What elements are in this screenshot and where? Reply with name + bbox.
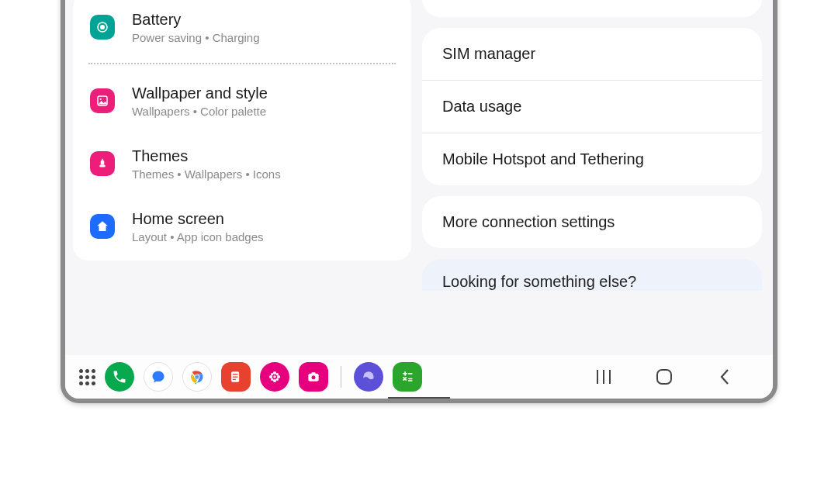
connections-pane: Airplane mode SIM manager Data usage Mob… (419, 0, 773, 355)
hotspot-item[interactable]: Mobile Hotspot and Tethering (422, 133, 762, 185)
wallpaper-icon (90, 88, 115, 113)
internet-app-icon[interactable] (354, 362, 383, 392)
sim-manager-item[interactable]: SIM manager (422, 28, 762, 80)
camera-app-icon[interactable] (299, 362, 328, 392)
gallery-flower-app-icon[interactable] (260, 362, 289, 392)
settings-card: Battery Power saving • Charging Wallpape… (73, 0, 411, 261)
back-button[interactable] (714, 366, 736, 388)
more-connection-item[interactable]: More connection settings (422, 196, 762, 248)
svg-point-18 (271, 378, 273, 381)
settings-item-homescreen[interactable]: Home screen Layout • App icon badges (73, 195, 411, 257)
home-icon (90, 214, 115, 239)
navigation-buttons (593, 366, 759, 388)
settings-item-wallpaper[interactable]: Wallpaper and style Wallpapers • Color p… (73, 69, 411, 132)
settings-text: Battery Power saving • Charging (132, 9, 396, 44)
settings-text: Themes Themes • Wallpapers • Icons (132, 146, 396, 181)
chrome-app-icon[interactable] (182, 362, 212, 392)
svg-point-14 (269, 375, 272, 378)
looking-for-card[interactable]: Looking for something else? (422, 259, 762, 291)
settings-subtitle: Power saving • Charging (132, 31, 396, 44)
apps-drawer-icon[interactable] (79, 369, 95, 385)
taskbar (65, 355, 773, 399)
device-frame: Battery Power saving • Charging Wallpape… (61, 0, 777, 403)
messages-app-icon[interactable] (144, 362, 173, 392)
svg-point-19 (276, 378, 279, 381)
connections-group-2: More connection settings (422, 196, 762, 248)
settings-subtitle: Themes • Wallpapers • Icons (132, 167, 396, 181)
data-usage-item[interactable]: Data usage (422, 80, 762, 133)
svg-point-3 (100, 98, 102, 99)
svg-point-1 (101, 25, 105, 29)
home-button[interactable] (653, 366, 675, 388)
settings-subtitle: Wallpapers • Color palette (132, 105, 396, 118)
svg-point-16 (271, 373, 273, 375)
svg-rect-22 (312, 372, 316, 375)
svg-rect-4 (101, 161, 105, 164)
calculator-app-icon[interactable] (393, 362, 422, 392)
svg-point-17 (276, 373, 279, 375)
themes-icon (90, 151, 115, 176)
svg-point-15 (277, 375, 280, 378)
phone-app-icon[interactable] (105, 362, 134, 392)
notes-app-icon[interactable] (221, 362, 251, 392)
settings-text: Wallpaper and style Wallpapers • Color p… (132, 83, 396, 118)
settings-item-battery[interactable]: Battery Power saving • Charging (73, 0, 411, 58)
settings-title: Battery (132, 9, 396, 29)
svg-point-11 (273, 375, 275, 378)
battery-icon (90, 15, 115, 40)
svg-point-21 (312, 375, 316, 379)
connections-group-1: SIM manager Data usage Mobile Hotspot an… (422, 28, 762, 185)
settings-title: Themes (132, 146, 396, 166)
settings-subtitle: Layout • App icon badges (132, 230, 396, 243)
svg-point-13 (273, 379, 276, 382)
svg-point-12 (273, 371, 276, 375)
screen: Battery Power saving • Charging Wallpape… (65, 0, 773, 399)
taskbar-separator (341, 366, 341, 388)
settings-list-pane: Battery Power saving • Charging Wallpape… (65, 0, 419, 355)
device-hinge (388, 397, 450, 403)
svg-rect-5 (99, 164, 106, 167)
settings-text: Home screen Layout • App icon badges (132, 209, 396, 243)
airplane-mode-row[interactable]: Airplane mode (422, 0, 762, 17)
recents-button[interactable] (593, 366, 615, 388)
settings-title: Home screen (132, 209, 396, 229)
svg-point-9 (196, 375, 199, 378)
settings-item-themes[interactable]: Themes Themes • Wallpapers • Icons (73, 132, 411, 195)
content-area: Battery Power saving • Charging Wallpape… (65, 0, 773, 355)
settings-title: Wallpaper and style (132, 83, 396, 103)
divider-dotted (88, 63, 396, 64)
